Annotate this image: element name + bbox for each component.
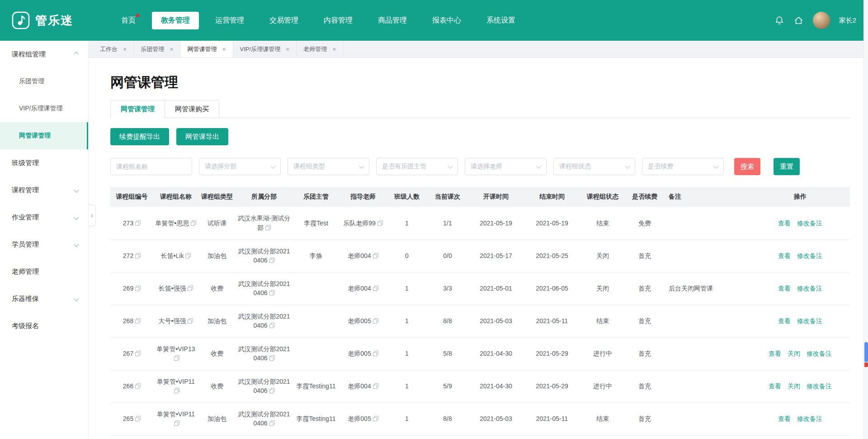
action-link[interactable]: 修改备注 bbox=[807, 382, 832, 391]
table-row: 266单簧管•VIP11收费武汉测试分部20210406李霞Testing11老… bbox=[110, 370, 850, 402]
copy-icon[interactable] bbox=[135, 220, 141, 226]
filter-select[interactable]: 课程组类型 bbox=[288, 158, 369, 175]
copy-icon[interactable] bbox=[269, 258, 275, 263]
top-nav-item[interactable]: 商品管理 bbox=[369, 12, 416, 29]
top-nav-item[interactable]: 教务管理 bbox=[152, 12, 199, 29]
open-tab[interactable]: 老师管理× bbox=[297, 41, 343, 57]
export-button[interactable]: 网管课导出 bbox=[176, 128, 228, 145]
copy-icon[interactable] bbox=[269, 355, 275, 361]
open-tab[interactable]: 网管课管理× bbox=[180, 41, 233, 57]
cell-progress: 5/8 bbox=[427, 337, 468, 370]
open-tab[interactable]: 乐团管理× bbox=[134, 41, 180, 57]
copy-icon[interactable] bbox=[174, 388, 179, 393]
action-link[interactable]: 修改备注 bbox=[797, 284, 822, 293]
copy-icon[interactable] bbox=[174, 420, 179, 426]
filter-select[interactable]: 是否续费 bbox=[642, 158, 724, 175]
home-icon[interactable] bbox=[793, 15, 804, 26]
vertical-scrollbar[interactable] bbox=[863, 0, 868, 439]
action-link[interactable]: 关闭 bbox=[788, 349, 800, 358]
open-tab[interactable]: 工作台× bbox=[93, 41, 134, 57]
sidebar-collapse-handle[interactable]: ‹ bbox=[89, 205, 96, 226]
sidebar-item[interactable]: 考级报名 bbox=[0, 312, 88, 339]
sidebar-item[interactable]: 网管课管理 bbox=[0, 122, 88, 149]
open-tab[interactable]: VIP/乐理课管理× bbox=[233, 41, 297, 57]
copy-icon[interactable] bbox=[174, 355, 179, 361]
filter-select[interactable]: 是否有乐团主管 bbox=[376, 158, 458, 175]
sidebar-item[interactable]: 乐器维保 bbox=[0, 285, 88, 312]
action-link[interactable]: 查看 bbox=[769, 382, 781, 391]
sidebar-item[interactable]: VIP/乐理课管理 bbox=[0, 95, 88, 122]
sidebar-item[interactable]: 课程管理 bbox=[0, 177, 88, 204]
copy-icon[interactable] bbox=[269, 420, 275, 426]
close-icon[interactable]: × bbox=[222, 46, 226, 53]
sidebar-item[interactable]: 老师管理 bbox=[0, 258, 88, 285]
action-link[interactable]: 修改备注 bbox=[797, 219, 822, 228]
copy-icon[interactable] bbox=[188, 286, 193, 291]
user-avatar[interactable] bbox=[813, 12, 830, 29]
copy-icon[interactable] bbox=[135, 351, 141, 356]
filter-input[interactable] bbox=[110, 158, 192, 175]
scrollbar-thumb[interactable] bbox=[864, 342, 868, 362]
filter-select[interactable]: 请选择分部 bbox=[199, 158, 281, 175]
copy-icon[interactable] bbox=[269, 388, 275, 393]
copy-icon[interactable] bbox=[373, 318, 378, 324]
table-header-cell: 课程组名称 bbox=[153, 187, 198, 207]
copy-icon[interactable] bbox=[377, 220, 383, 226]
action-link[interactable]: 查看 bbox=[778, 219, 791, 228]
action-link[interactable]: 修改备注 bbox=[807, 349, 832, 358]
sidebar-item[interactable]: 作业管理 bbox=[0, 204, 88, 231]
action-link[interactable]: 修改备注 bbox=[797, 414, 822, 423]
action-link[interactable]: 查看 bbox=[778, 414, 791, 423]
copy-icon[interactable] bbox=[135, 318, 141, 324]
content-tab[interactable]: 网管课管理 bbox=[110, 100, 165, 118]
close-icon[interactable]: × bbox=[123, 46, 127, 53]
copy-icon[interactable] bbox=[269, 323, 275, 328]
notification-bell-icon[interactable] bbox=[774, 15, 784, 26]
copy-icon[interactable] bbox=[135, 286, 141, 291]
action-link[interactable]: 查看 bbox=[769, 349, 781, 358]
close-icon[interactable]: × bbox=[286, 46, 289, 53]
action-link[interactable]: 查看 bbox=[778, 316, 791, 325]
copy-icon[interactable] bbox=[185, 253, 191, 258]
action-link[interactable]: 修改备注 bbox=[797, 251, 822, 260]
close-icon[interactable]: × bbox=[170, 46, 173, 53]
copy-icon[interactable] bbox=[269, 290, 275, 296]
search-button[interactable]: 搜索 bbox=[734, 158, 760, 175]
copy-icon[interactable] bbox=[135, 416, 141, 421]
username[interactable]: 家长2 bbox=[839, 16, 856, 25]
action-link[interactable]: 关闭 bbox=[788, 382, 800, 391]
copy-icon[interactable] bbox=[373, 351, 378, 356]
top-nav-item[interactable]: 内容管理 bbox=[315, 12, 362, 29]
filter-select[interactable]: 请选择老师 bbox=[465, 158, 547, 175]
cell-text: 2021-04-30 bbox=[480, 382, 512, 390]
filter-select[interactable]: 课程组状态 bbox=[553, 158, 635, 175]
action-link[interactable]: 查看 bbox=[778, 284, 791, 293]
top-nav-item[interactable]: 首页 bbox=[112, 12, 145, 29]
top-nav-item[interactable]: 报表中心 bbox=[423, 12, 470, 29]
top-nav-item[interactable]: 系统设置 bbox=[477, 12, 524, 29]
copy-icon[interactable] bbox=[373, 286, 378, 291]
export-button[interactable]: 续费提醒导出 bbox=[110, 128, 169, 145]
copy-icon[interactable] bbox=[265, 225, 271, 230]
sidebar-item[interactable]: 课程组管理 bbox=[0, 41, 88, 68]
action-link[interactable]: 修改备注 bbox=[797, 316, 822, 325]
top-nav-item[interactable]: 交易管理 bbox=[260, 12, 307, 29]
copy-icon[interactable] bbox=[135, 253, 141, 258]
sidebar-item[interactable]: 乐团管理 bbox=[0, 68, 88, 95]
action-link[interactable]: 查看 bbox=[778, 251, 791, 260]
content-tab[interactable]: 网管课购买 bbox=[165, 100, 219, 118]
close-icon[interactable]: × bbox=[332, 46, 336, 53]
copy-icon[interactable] bbox=[135, 383, 141, 389]
sidebar-item[interactable]: 学员管理 bbox=[0, 231, 88, 258]
reset-button[interactable]: 重置 bbox=[774, 158, 800, 175]
copy-icon[interactable] bbox=[191, 220, 196, 226]
copy-icon[interactable] bbox=[188, 318, 193, 324]
top-nav-item[interactable]: 运营管理 bbox=[206, 12, 253, 29]
sidebar-item[interactable]: 班级管理 bbox=[0, 149, 88, 177]
brand[interactable]: 管乐迷 bbox=[12, 11, 73, 29]
copy-icon[interactable] bbox=[373, 416, 378, 421]
cell-leader: 李霞Testing11 bbox=[292, 370, 340, 402]
cell-status: 关闭 bbox=[580, 272, 625, 305]
copy-icon[interactable] bbox=[373, 253, 378, 258]
copy-icon[interactable] bbox=[373, 383, 378, 389]
